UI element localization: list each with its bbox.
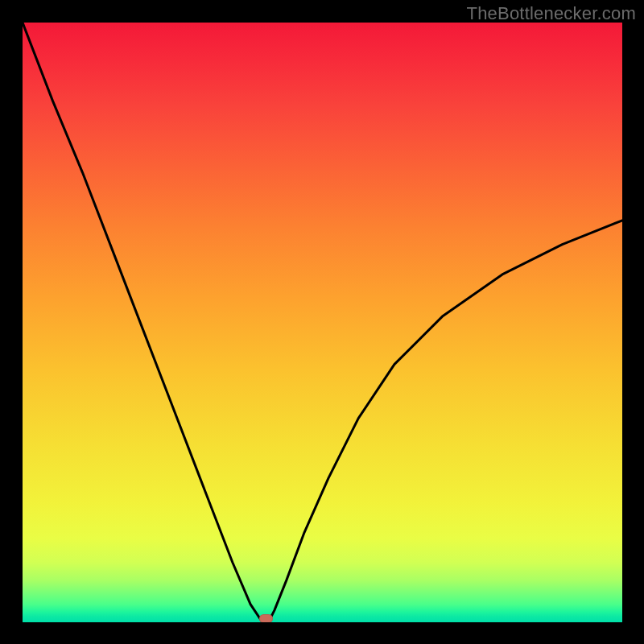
optimal-point-marker bbox=[259, 614, 273, 622]
bottleneck-curve bbox=[23, 23, 622, 622]
chart-plot-area bbox=[23, 23, 622, 622]
chart-frame: TheBottlenecker.com bbox=[0, 0, 644, 644]
watermark-text: TheBottlenecker.com bbox=[467, 3, 636, 24]
